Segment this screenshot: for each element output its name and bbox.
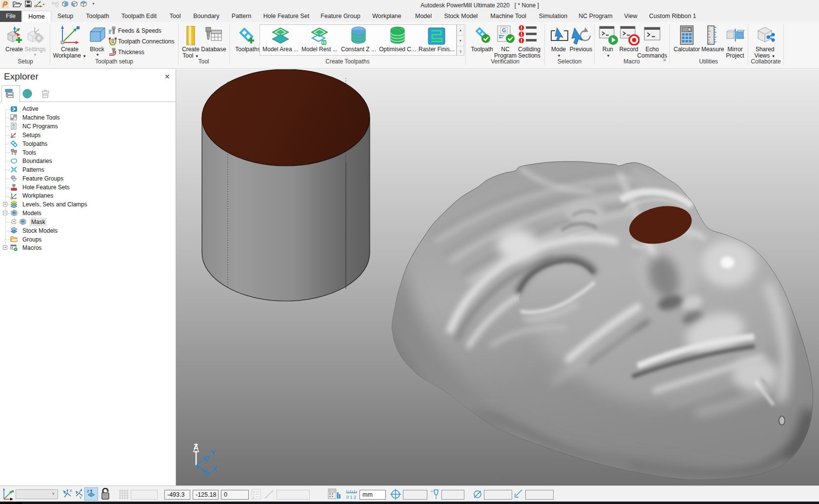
svg-text:Z: Z [253, 496, 255, 499]
svg-text:X: X [69, 488, 72, 493]
svg-text:X: X [212, 464, 217, 473]
svg-text:Z: Z [194, 442, 198, 450]
svg-text:Y: Y [211, 448, 216, 457]
svg-text:Y: Y [79, 495, 82, 500]
svg-text:Z: Z [87, 489, 89, 493]
svg-text:G: G [12, 123, 15, 127]
svg-text:G: G [502, 27, 506, 33]
svg-text:0 1 2: 0 1 2 [346, 495, 356, 500]
